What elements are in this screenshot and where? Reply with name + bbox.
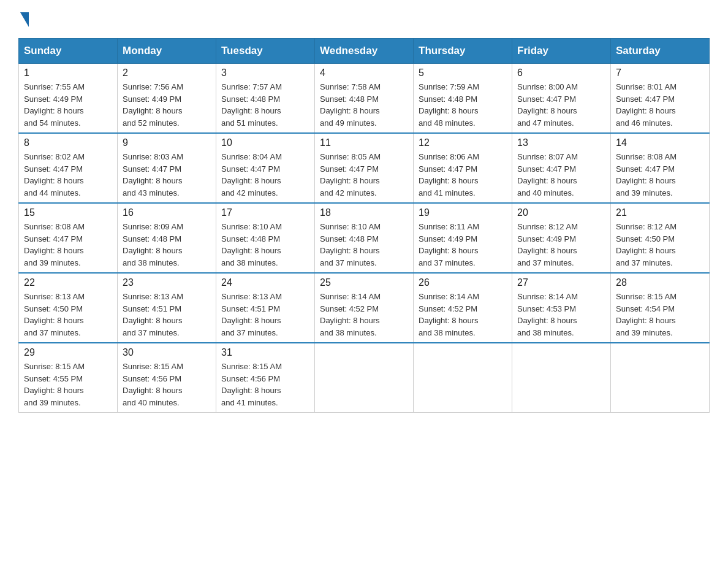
- sunset-text: Sunset: 4:48 PM: [320, 94, 379, 104]
- daylight-text: Daylight: 8 hours: [517, 246, 577, 255]
- day-number: 15: [24, 207, 112, 218]
- weekday-header-row: SundayMondayTuesdayWednesdayThursdayFrid…: [19, 39, 710, 64]
- calendar-day-cell: 19 Sunrise: 8:11 AM Sunset: 4:49 PM Dayl…: [414, 203, 512, 273]
- sunrise-text: Sunrise: 8:04 AM: [221, 152, 282, 161]
- daylight-minutes-text: and 37 minutes.: [123, 328, 180, 337]
- calendar-day-cell: 25 Sunrise: 8:14 AM Sunset: 4:52 PM Dayl…: [315, 273, 414, 343]
- daylight-text: Daylight: 8 hours: [616, 316, 676, 325]
- day-info: Sunrise: 7:56 AM Sunset: 4:49 PM Dayligh…: [123, 81, 211, 129]
- day-number: 24: [221, 277, 309, 288]
- calendar-day-cell: 2 Sunrise: 7:56 AM Sunset: 4:49 PM Dayli…: [118, 64, 216, 134]
- daylight-text: Daylight: 8 hours: [419, 246, 479, 255]
- day-number: 16: [123, 207, 211, 218]
- daylight-minutes-text: and 41 minutes.: [221, 398, 278, 407]
- day-info: Sunrise: 8:15 AM Sunset: 4:55 PM Dayligh…: [24, 361, 112, 408]
- daylight-text: Daylight: 8 hours: [320, 176, 380, 185]
- sunset-text: Sunset: 4:48 PM: [320, 234, 379, 243]
- day-number: 3: [221, 67, 309, 79]
- sunrise-text: Sunrise: 8:14 AM: [419, 292, 479, 301]
- daylight-minutes-text: and 38 minutes.: [320, 328, 377, 337]
- calendar-day-cell: 9 Sunrise: 8:03 AM Sunset: 4:47 PM Dayli…: [118, 133, 216, 203]
- sunrise-text: Sunrise: 8:15 AM: [221, 362, 282, 371]
- daylight-text: Daylight: 8 hours: [419, 316, 479, 325]
- day-info: Sunrise: 8:06 AM Sunset: 4:47 PM Dayligh…: [419, 151, 507, 199]
- calendar-day-cell: 21 Sunrise: 8:12 AM Sunset: 4:50 PM Dayl…: [611, 203, 710, 273]
- calendar-day-cell: 6 Sunrise: 8:00 AM Sunset: 4:47 PM Dayli…: [512, 64, 611, 134]
- sunrise-text: Sunrise: 8:13 AM: [24, 292, 85, 301]
- daylight-minutes-text: and 39 minutes.: [616, 188, 673, 197]
- day-info: Sunrise: 8:15 AM Sunset: 4:56 PM Dayligh…: [221, 361, 309, 408]
- day-number: 25: [320, 277, 408, 288]
- sunrise-text: Sunrise: 8:13 AM: [221, 292, 282, 301]
- sunrise-text: Sunrise: 8:12 AM: [616, 222, 677, 231]
- day-info: Sunrise: 8:12 AM Sunset: 4:50 PM Dayligh…: [616, 221, 704, 269]
- day-number: 31: [221, 347, 309, 358]
- calendar-day-cell: [512, 343, 611, 413]
- daylight-minutes-text: and 39 minutes.: [24, 258, 81, 267]
- sunrise-text: Sunrise: 8:03 AM: [123, 152, 183, 161]
- sunset-text: Sunset: 4:47 PM: [123, 164, 181, 174]
- sunrise-text: Sunrise: 7:58 AM: [320, 82, 381, 91]
- sunset-text: Sunset: 4:47 PM: [419, 164, 477, 174]
- sunset-text: Sunset: 4:51 PM: [221, 304, 280, 313]
- sunset-text: Sunset: 4:47 PM: [24, 164, 83, 174]
- calendar-day-cell: 24 Sunrise: 8:13 AM Sunset: 4:51 PM Dayl…: [216, 273, 315, 343]
- sunrise-text: Sunrise: 8:08 AM: [24, 222, 85, 231]
- day-info: Sunrise: 8:03 AM Sunset: 4:47 PM Dayligh…: [123, 151, 211, 199]
- day-info: Sunrise: 8:10 AM Sunset: 4:48 PM Dayligh…: [221, 221, 309, 269]
- daylight-text: Daylight: 8 hours: [123, 176, 183, 185]
- day-number: 30: [123, 347, 211, 358]
- calendar-table: SundayMondayTuesdayWednesdayThursdayFrid…: [18, 38, 710, 413]
- calendar-day-cell: 1 Sunrise: 7:55 AM Sunset: 4:49 PM Dayli…: [19, 64, 118, 134]
- daylight-text: Daylight: 8 hours: [221, 176, 281, 185]
- day-number: 5: [419, 67, 507, 79]
- daylight-text: Daylight: 8 hours: [24, 106, 84, 115]
- calendar-day-cell: 26 Sunrise: 8:14 AM Sunset: 4:52 PM Dayl…: [414, 273, 512, 343]
- daylight-text: Daylight: 8 hours: [517, 176, 577, 185]
- sunset-text: Sunset: 4:47 PM: [616, 94, 675, 104]
- sunrise-text: Sunrise: 8:07 AM: [517, 152, 578, 161]
- sunset-text: Sunset: 4:49 PM: [419, 234, 477, 243]
- daylight-minutes-text: and 44 minutes.: [24, 188, 81, 197]
- daylight-minutes-text: and 37 minutes.: [221, 328, 278, 337]
- daylight-text: Daylight: 8 hours: [419, 176, 479, 185]
- weekday-header-thursday: Thursday: [414, 39, 512, 64]
- sunset-text: Sunset: 4:47 PM: [221, 164, 280, 174]
- sunrise-text: Sunrise: 8:06 AM: [419, 152, 479, 161]
- calendar-day-cell: 10 Sunrise: 8:04 AM Sunset: 4:47 PM Dayl…: [216, 133, 315, 203]
- day-number: 14: [616, 137, 704, 148]
- sunrise-text: Sunrise: 8:10 AM: [221, 222, 282, 231]
- day-number: 11: [320, 137, 408, 148]
- day-number: 9: [123, 137, 211, 148]
- daylight-minutes-text: and 43 minutes.: [123, 188, 180, 197]
- sunrise-text: Sunrise: 8:13 AM: [123, 292, 183, 301]
- daylight-text: Daylight: 8 hours: [320, 106, 380, 115]
- sunset-text: Sunset: 4:54 PM: [616, 304, 675, 313]
- daylight-minutes-text: and 40 minutes.: [123, 398, 180, 407]
- day-info: Sunrise: 8:01 AM Sunset: 4:47 PM Dayligh…: [616, 81, 704, 129]
- sunset-text: Sunset: 4:55 PM: [24, 374, 83, 383]
- day-info: Sunrise: 8:14 AM Sunset: 4:53 PM Dayligh…: [517, 291, 605, 339]
- sunset-text: Sunset: 4:47 PM: [616, 164, 675, 174]
- daylight-minutes-text: and 51 minutes.: [221, 118, 278, 128]
- day-number: 27: [517, 277, 605, 288]
- day-number: 22: [24, 277, 112, 288]
- daylight-minutes-text: and 52 minutes.: [123, 118, 180, 128]
- day-info: Sunrise: 7:59 AM Sunset: 4:48 PM Dayligh…: [419, 81, 507, 129]
- daylight-minutes-text: and 46 minutes.: [616, 118, 673, 128]
- daylight-minutes-text: and 40 minutes.: [517, 188, 574, 197]
- daylight-text: Daylight: 8 hours: [123, 106, 183, 115]
- calendar-day-cell: [414, 343, 512, 413]
- calendar-week-row: 15 Sunrise: 8:08 AM Sunset: 4:47 PM Dayl…: [19, 203, 710, 273]
- sunrise-text: Sunrise: 8:11 AM: [419, 222, 479, 231]
- day-number: 1: [24, 67, 112, 79]
- day-number: 19: [419, 207, 507, 218]
- calendar-day-cell: 16 Sunrise: 8:09 AM Sunset: 4:48 PM Dayl…: [118, 203, 216, 273]
- day-number: 23: [123, 277, 211, 288]
- day-number: 18: [320, 207, 408, 218]
- calendar-day-cell: 28 Sunrise: 8:15 AM Sunset: 4:54 PM Dayl…: [611, 273, 710, 343]
- day-number: 2: [123, 67, 211, 79]
- sunrise-text: Sunrise: 8:00 AM: [517, 82, 578, 91]
- daylight-minutes-text: and 37 minutes.: [320, 258, 377, 267]
- sunrise-text: Sunrise: 8:09 AM: [123, 222, 183, 231]
